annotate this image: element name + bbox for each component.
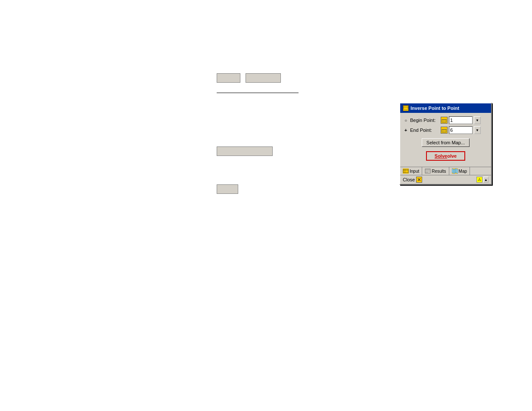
begin-point-label: Begin Point:	[410, 118, 439, 123]
tab-map-label: Map	[459, 169, 467, 174]
dialog-footer: Close ⚠ ▲	[400, 175, 491, 184]
background-button-3[interactable]	[217, 146, 273, 156]
dialog-tabs: Input Results	[400, 167, 491, 175]
svg-rect-8	[442, 128, 447, 133]
svg-marker-23	[452, 168, 458, 174]
tab-map[interactable]: Map	[449, 167, 470, 175]
results-tab-icon	[425, 168, 431, 174]
dialog-body: ○ Begin Point: 1 ▼ + End Point:	[400, 113, 491, 167]
background-button-1[interactable]	[217, 73, 240, 83]
end-point-plus-icon: +	[403, 127, 409, 133]
input-tab-icon	[403, 168, 409, 174]
footer-right-icons: ⚠ ▲	[476, 177, 488, 183]
end-point-row: + End Point: 6 ▼	[403, 126, 488, 134]
warning-icon: ⚠	[476, 177, 482, 183]
background-button-4[interactable]	[217, 184, 238, 194]
begin-point-input[interactable]: 1	[449, 116, 473, 124]
dialog-title-icon	[403, 105, 409, 111]
tab-results[interactable]: Results	[422, 167, 449, 175]
dialog-title: Inverse Point to Point	[411, 106, 459, 111]
background-button-2[interactable]	[246, 73, 281, 83]
begin-point-map-icon	[441, 117, 448, 124]
background-separator-line	[217, 93, 299, 93]
tab-input-label: Input	[410, 169, 419, 174]
begin-point-dropdown[interactable]: ▼	[474, 116, 481, 124]
inverse-point-to-point-dialog: Inverse Point to Point ○ Begin Point: 1 …	[399, 103, 492, 185]
footer-arrow-button[interactable]: ▲	[483, 177, 488, 183]
solve-button[interactable]: Solveolve	[426, 151, 465, 161]
svg-rect-3	[442, 118, 447, 123]
close-label: Close	[403, 177, 415, 182]
tab-input[interactable]: Input	[400, 167, 422, 175]
begin-point-radio-icon[interactable]: ○	[403, 117, 409, 123]
tab-results-label: Results	[432, 169, 446, 174]
end-point-input[interactable]: 6	[449, 126, 473, 134]
dialog-titlebar: Inverse Point to Point	[400, 103, 491, 113]
svg-rect-0	[403, 106, 408, 111]
select-from-map-button[interactable]: Select from Map...	[422, 138, 470, 147]
close-button[interactable]: Close	[403, 177, 422, 183]
map-tab-icon	[452, 168, 458, 174]
close-icon	[416, 177, 422, 183]
end-point-map-icon	[441, 127, 448, 134]
end-point-label: End Point:	[410, 128, 439, 133]
begin-point-row: ○ Begin Point: 1 ▼	[403, 116, 488, 124]
end-point-dropdown[interactable]: ▼	[474, 126, 481, 134]
